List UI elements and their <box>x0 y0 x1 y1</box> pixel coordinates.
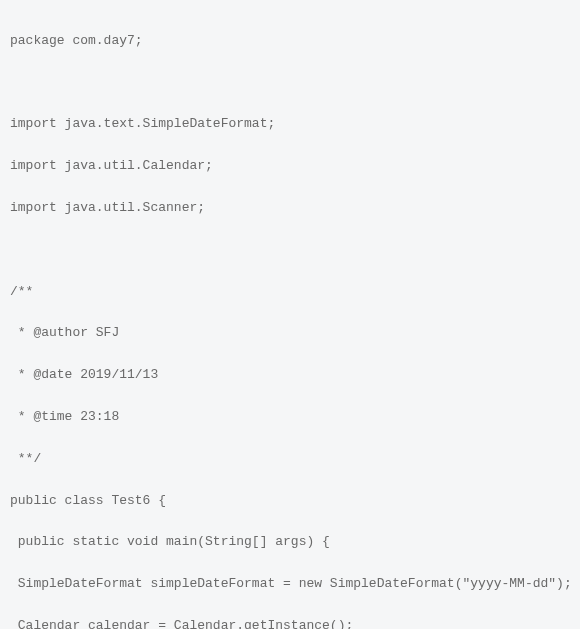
code-line: public class Test6 { <box>10 491 570 512</box>
code-line: SimpleDateFormat simpleDateFormat = new … <box>10 574 570 595</box>
code-line: * @author SFJ <box>10 323 570 344</box>
code-line: public static void main(String[] args) { <box>10 532 570 553</box>
code-line: * @date 2019/11/13 <box>10 365 570 386</box>
code-line: import java.text.SimpleDateFormat; <box>10 114 570 135</box>
code-line <box>10 240 570 261</box>
code-line: **/ <box>10 449 570 470</box>
code-line: package com.day7; <box>10 31 570 52</box>
code-line: import java.util.Calendar; <box>10 156 570 177</box>
code-line: Calendar calendar = Calendar.getInstance… <box>10 616 570 629</box>
code-line <box>10 73 570 94</box>
code-line: * @time 23:18 <box>10 407 570 428</box>
code-line: import java.util.Scanner; <box>10 198 570 219</box>
code-line: /** <box>10 282 570 303</box>
code-block: package com.day7; import java.text.Simpl… <box>10 10 570 629</box>
